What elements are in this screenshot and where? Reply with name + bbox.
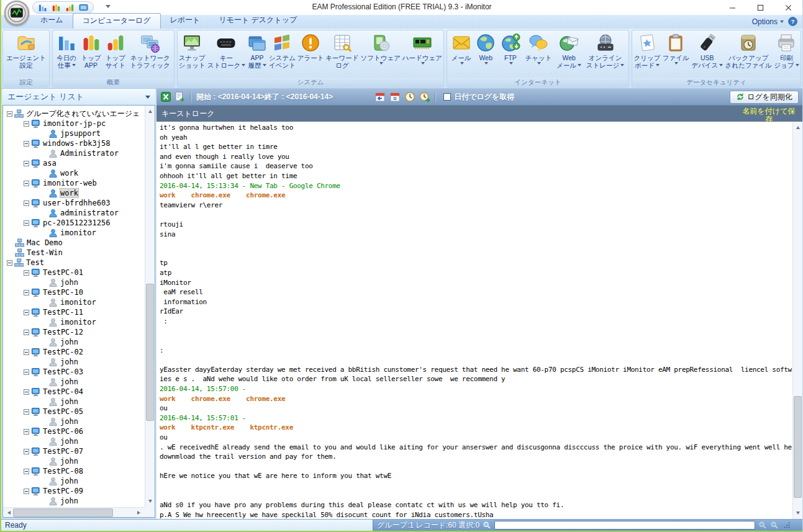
tree-row[interactable]: john — [3, 417, 145, 426]
scroll-down-icon[interactable] — [793, 509, 802, 519]
ribbon-button-system-events[interactable]: システムイベント — [268, 33, 296, 69]
ribbon-button-network-traffic[interactable]: ネットワークトラフィック — [129, 33, 170, 69]
expand-toggle-icon[interactable] — [24, 349, 29, 355]
tree-row[interactable]: john — [3, 456, 145, 466]
refresh-clock-icon[interactable] — [419, 91, 430, 102]
tree-horizontal-scrollbar[interactable] — [3, 507, 145, 517]
expand-toggle-icon[interactable] — [24, 409, 29, 415]
resize-grip-icon[interactable] — [783, 521, 791, 529]
status-search-input[interactable] — [494, 521, 755, 530]
scroll-up-icon[interactable] — [145, 106, 155, 115]
tree-row[interactable]: Test — [3, 258, 145, 268]
tree-row[interactable]: windows-rbk3j58 — [3, 138, 145, 148]
tree-row[interactable]: Mac Demo — [3, 238, 145, 248]
ribbon-button-top-app[interactable]: トップAPP — [80, 33, 101, 69]
tree-row[interactable]: pc-201512231256 — [3, 218, 145, 228]
tree-row[interactable]: TestPC-08 — [3, 466, 145, 476]
tab-reports[interactable]: レポート — [161, 13, 210, 29]
tree-row[interactable]: TestPC-10 — [3, 287, 145, 297]
export-excel-icon[interactable] — [160, 91, 171, 102]
tree-row[interactable]: john — [3, 476, 145, 486]
tree-row[interactable]: TestPC-02 — [3, 347, 145, 357]
ribbon-button-alerts[interactable]: アラート — [297, 33, 325, 61]
tree-row[interactable]: TestPC-09 — [3, 486, 145, 496]
tree-row[interactable]: work — [3, 188, 145, 198]
tree-row[interactable]: imonitor — [3, 297, 145, 307]
tree-row[interactable]: TestPC-11 — [3, 307, 145, 317]
tree-row[interactable]: jpsupport — [3, 128, 145, 138]
expand-toggle-icon[interactable] — [24, 330, 29, 335]
scroll-left-icon[interactable] — [3, 508, 13, 518]
expand-toggle-icon[interactable] — [24, 489, 29, 494]
expand-toggle-icon[interactable] — [7, 260, 12, 266]
fetch-by-date-checkbox[interactable] — [443, 93, 451, 101]
tree-row[interactable]: TestPC-07 — [3, 446, 145, 456]
tab-remote-desktop[interactable]: リモート デスクトップ — [209, 13, 306, 29]
sync-logs-button[interactable]: ログを同期化 — [730, 91, 799, 104]
expand-toggle-icon[interactable] — [24, 220, 29, 226]
log-vertical-scrollbar[interactable] — [792, 122, 802, 519]
tree-row[interactable]: Test-Win — [3, 248, 145, 258]
expand-toggle-icon[interactable] — [24, 290, 29, 295]
calendar-prev-icon[interactable] — [374, 91, 386, 102]
ribbon-button-backup-files[interactable]: バックアップされたファイル — [725, 33, 773, 69]
expand-toggle-icon[interactable] — [7, 111, 12, 117]
tree-row[interactable]: john — [3, 337, 145, 347]
close-button[interactable] — [774, 0, 802, 16]
ribbon-button-snapshot[interactable]: スナップショット — [178, 33, 206, 69]
tree-row[interactable]: グループ化されていないエージェ — [3, 109, 145, 119]
tree-row[interactable]: TestPC-03 — [3, 367, 145, 377]
ribbon-button-webmail[interactable]: Webメール — [556, 33, 582, 69]
tree-row[interactable]: work — [3, 168, 145, 178]
expand-toggle-icon[interactable] — [24, 181, 29, 186]
tree-row[interactable]: TestPC-01 — [3, 268, 145, 277]
tree-row[interactable]: user-bfrdhhe603 — [3, 198, 145, 208]
ribbon-button-mail[interactable]: メール — [451, 33, 472, 66]
expand-toggle-icon[interactable] — [24, 429, 29, 435]
tree-row[interactable]: asa — [3, 158, 145, 168]
tree-row[interactable]: john — [3, 357, 145, 367]
tree-row[interactable]: john — [3, 397, 145, 407]
tree-row[interactable]: TestPC-04 — [3, 387, 145, 397]
scroll-down-icon[interactable] — [145, 497, 155, 507]
ribbon-button-print-jobs[interactable]: 印刷ジョブ — [773, 33, 799, 69]
tree-row[interactable]: john — [3, 436, 145, 446]
ribbon-button-hardware[interactable]: ハードウェア — [402, 33, 443, 66]
ribbon-button-web[interactable]: Web — [475, 33, 496, 66]
options-menu[interactable]: Options — [752, 17, 784, 26]
export-html-icon[interactable] — [175, 91, 186, 102]
ribbon-button-agent-config[interactable]: エージェント設定 — [6, 33, 47, 69]
app-logo-button[interactable] — [4, 1, 29, 25]
scroll-up-icon[interactable] — [793, 122, 802, 132]
tab-home[interactable]: ホーム — [31, 13, 73, 29]
help-icon[interactable]: ? — [788, 17, 797, 26]
expand-toggle-icon[interactable] — [24, 161, 29, 166]
tree-row[interactable]: imonitor-web — [3, 178, 145, 188]
expand-toggle-icon[interactable] — [24, 121, 29, 127]
calendar-icon[interactable] — [389, 91, 401, 102]
ribbon-button-online-storage[interactable]: オンラインストレージ — [586, 33, 625, 69]
ribbon-button-chat[interactable]: チャット — [525, 33, 553, 66]
scroll-right-icon[interactable] — [135, 508, 145, 518]
zoom-in-icon[interactable] — [770, 521, 779, 530]
ribbon-button-keyword-log[interactable]: キーワードログ — [325, 33, 359, 69]
expand-toggle-icon[interactable] — [24, 469, 29, 474]
ribbon-button-usb-devices[interactable]: USBデバイス — [691, 33, 724, 69]
save-as-link[interactable]: 名前を付けて保存 — [740, 107, 797, 122]
tree-row[interactable]: Administrator — [3, 148, 145, 158]
agent-list-header[interactable]: エージェント リスト — [2, 89, 155, 105]
ribbon-button-ftp[interactable]: FTP — [500, 33, 521, 66]
expand-toggle-icon[interactable] — [24, 389, 29, 395]
tree-row[interactable]: imonitor — [3, 317, 145, 327]
tree-row[interactable]: imonitor — [3, 228, 145, 238]
expand-toggle-icon[interactable] — [24, 141, 29, 147]
expand-toggle-icon[interactable] — [24, 369, 29, 375]
tree-row[interactable]: TestPC-12 — [3, 327, 145, 337]
scrollbar-thumb[interactable] — [146, 284, 154, 421]
tree-row[interactable]: john — [3, 377, 145, 387]
scrollbar-thumb[interactable] — [794, 396, 802, 498]
tree-row[interactable]: john — [3, 277, 145, 287]
ribbon-button-clipboard[interactable]: クリップボード — [633, 33, 661, 69]
zoom-out-icon[interactable] — [758, 521, 767, 530]
tree-vertical-scrollbar[interactable] — [145, 106, 155, 507]
